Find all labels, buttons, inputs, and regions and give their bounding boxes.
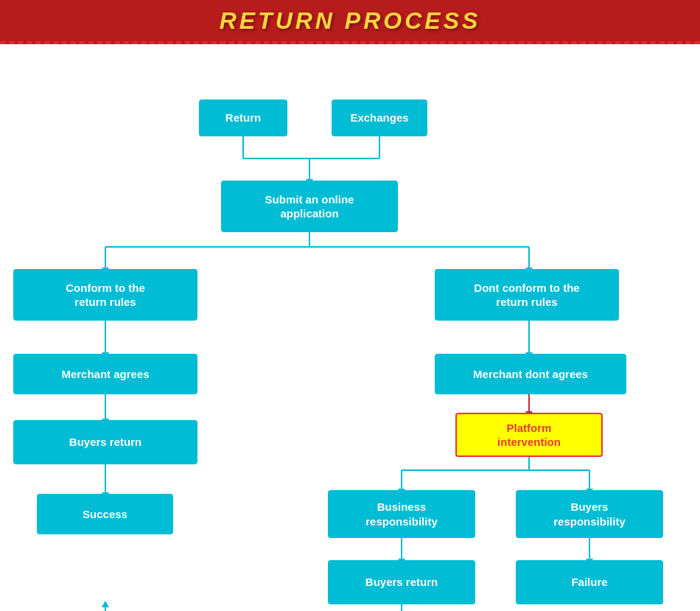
diagram: Return Exchanges Submit an onlineapplica…	[0, 44, 700, 611]
page-title: RETURN PROCESS	[220, 7, 481, 35]
buyers-return-right-box: Buyers return	[328, 560, 475, 604]
merchant-agrees-box: Merchant agrees	[13, 354, 197, 394]
conform-box: Conform to thereturn rules	[13, 269, 197, 321]
platform-intervention-box: Platformintervention	[455, 413, 603, 457]
dont-conform-box: Dont conform to thereturn rules	[435, 269, 619, 321]
return-box: Return	[199, 99, 287, 136]
header: RETURN PROCESS	[0, 0, 700, 44]
submit-box: Submit an onlineapplication	[221, 181, 398, 232]
exchanges-box: Exchanges	[332, 99, 427, 136]
business-responsibility-box: Businessresponsibility	[328, 490, 475, 538]
success-box: Success	[37, 494, 173, 534]
page: RETURN PROCESS	[0, 0, 700, 611]
failure-box: Failure	[516, 560, 663, 604]
buyers-return-left-box: Buyers return	[13, 420, 197, 464]
buyers-responsibility-box: Buyersresponsibility	[516, 490, 663, 538]
svg-marker-34	[102, 601, 109, 607]
merchant-dont-box: Merchant dont agrees	[435, 354, 626, 394]
